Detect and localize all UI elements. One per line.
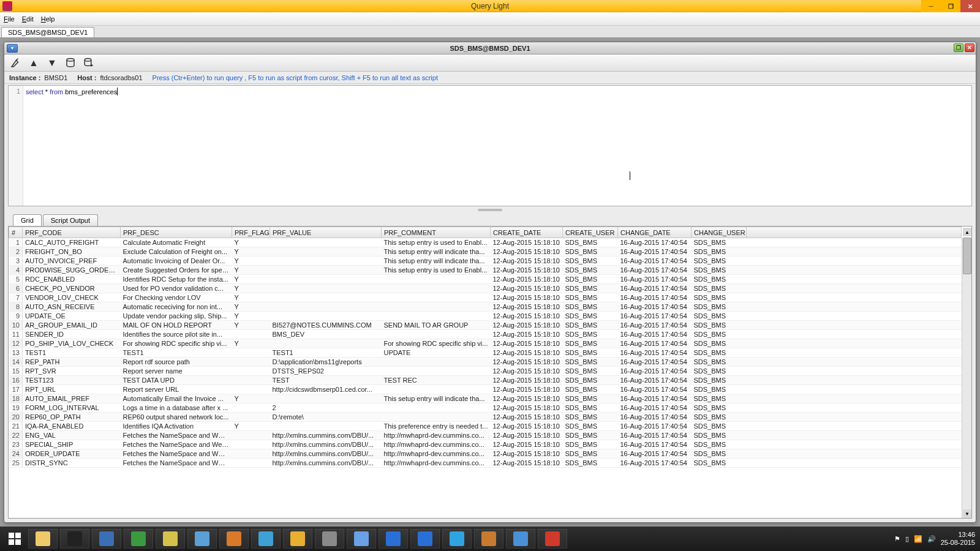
- table-cell[interactable]: AUTO_EMAIL_PREF: [23, 394, 121, 403]
- menu-file[interactable]: File: [4, 15, 15, 23]
- column-header[interactable]: PRF_CODE: [23, 227, 121, 238]
- table-cell[interactable]: Calculate Automatic Freight: [121, 238, 232, 247]
- table-cell[interactable]: SDS_BMS: [692, 312, 747, 321]
- table-cell[interactable]: 14: [9, 358, 23, 367]
- table-cell[interactable]: For showing RDC specific ship vi...: [382, 339, 491, 348]
- inner-close-button[interactable]: ✕: [965, 43, 974, 52]
- table-cell[interactable]: SDS_BMS: [692, 302, 747, 312]
- table-cell[interactable]: SDS_BMS: [692, 348, 747, 358]
- table-cell[interactable]: [382, 403, 491, 413]
- table-cell[interactable]: 12-Aug-2015 15:18:10: [491, 275, 563, 284]
- menu-help[interactable]: Help: [41, 15, 55, 23]
- database-icon[interactable]: [64, 57, 77, 69]
- table-row[interactable]: 16TEST123TEST DATA UPDTESTTEST REC12-Aug…: [9, 376, 962, 385]
- table-cell[interactable]: Report server URL: [121, 385, 232, 394]
- table-cell[interactable]: 12-Aug-2015 15:18:10: [491, 284, 563, 293]
- table-cell[interactable]: [382, 413, 491, 422]
- table-cell[interactable]: 12-Aug-2015 15:18:10: [491, 321, 563, 330]
- table-cell[interactable]: 16-Aug-2015 17:40:54: [618, 238, 692, 247]
- table-row[interactable]: 20REP60_OP_PATHREP60 output shared netwo…: [9, 413, 962, 422]
- table-cell[interactable]: CHECK_PO_VENDOR: [23, 284, 121, 293]
- scroll-down-icon[interactable]: ▼: [963, 509, 971, 518]
- table-cell[interactable]: SDS_BMS: [563, 257, 618, 266]
- table-cell[interactable]: [232, 459, 270, 468]
- table-cell[interactable]: [382, 293, 491, 302]
- table-cell[interactable]: SDS_BMS: [563, 348, 618, 358]
- table-cell[interactable]: SDS_BMS: [563, 449, 618, 459]
- table-cell[interactable]: [232, 440, 270, 449]
- table-cell[interactable]: BI527@NOTES.CUMMINS.COM: [270, 321, 382, 330]
- table-cell[interactable]: BMS_DEV: [270, 330, 382, 339]
- table-cell[interactable]: http://mwhaprd-dev.cummins.co...: [382, 459, 491, 468]
- scroll-up-icon[interactable]: ▲: [963, 228, 971, 236]
- table-cell[interactable]: SDS_BMS: [563, 275, 618, 284]
- taskbar-app[interactable]: [219, 529, 249, 549]
- table-cell[interactable]: [270, 247, 382, 257]
- table-cell[interactable]: AR_GROUP_EMAIL_ID: [23, 321, 121, 330]
- table-cell[interactable]: 16-Aug-2015 17:40:54: [618, 302, 692, 312]
- table-cell[interactable]: SDS_BMS: [563, 238, 618, 247]
- table-cell[interactable]: [270, 339, 382, 348]
- table-cell[interactable]: Y: [232, 257, 270, 266]
- tray-flag-icon[interactable]: ⚑: [894, 535, 900, 543]
- table-cell[interactable]: [270, 312, 382, 321]
- table-cell[interactable]: SDS_BMS: [692, 422, 747, 431]
- table-cell[interactable]: 20: [9, 413, 23, 422]
- taskbar-app[interactable]: [538, 529, 567, 549]
- table-cell[interactable]: SDS_BMS: [563, 394, 618, 403]
- table-row[interactable]: 23SPECIAL_SHIPFetches the NameSpace and …: [9, 440, 962, 449]
- table-cell[interactable]: D:\application\bms11g\reports: [270, 358, 382, 367]
- table-cell[interactable]: SDS_BMS: [692, 394, 747, 403]
- table-cell[interactable]: SDS_BMS: [692, 449, 747, 459]
- table-cell[interactable]: 16: [9, 376, 23, 385]
- table-cell[interactable]: 12-Aug-2015 15:18:10: [491, 266, 563, 275]
- taskbar-clock[interactable]: 13:46 25-08-2015: [941, 531, 975, 547]
- table-cell[interactable]: DTSTS_REPS02: [270, 367, 382, 376]
- table-row[interactable]: 1CALC_AUTO_FREIGHTCalculate Automatic Fr…: [9, 238, 962, 247]
- table-cell[interactable]: TEST DATA UPD: [121, 376, 232, 385]
- table-row[interactable]: 7VENDOR_LOV_CHECKFor Checking vendor LOV…: [9, 293, 962, 302]
- table-cell[interactable]: MAIL OF ON HOLD REPORT: [121, 321, 232, 330]
- column-header[interactable]: PRF_DESC: [121, 227, 232, 238]
- table-cell[interactable]: 24: [9, 449, 23, 459]
- table-cell[interactable]: 25: [9, 459, 23, 468]
- table-cell[interactable]: 18: [9, 394, 23, 403]
- table-cell[interactable]: 16-Aug-2015 17:40:54: [618, 348, 692, 358]
- table-cell[interactable]: SDS_BMS: [692, 247, 747, 257]
- table-cell[interactable]: Y: [232, 394, 270, 403]
- table-row[interactable]: 11SENDER_IDIdentifies the source pilot s…: [9, 330, 962, 339]
- table-cell[interactable]: SDS_BMS: [692, 385, 747, 394]
- column-header[interactable]: CHANGE_USER: [692, 227, 747, 238]
- column-header[interactable]: CHANGE_DATE: [618, 227, 692, 238]
- table-cell[interactable]: [232, 431, 270, 440]
- table-row[interactable]: 13TEST1TEST1TEST1UPDATE12-Aug-2015 15:18…: [9, 348, 962, 358]
- table-cell[interactable]: 11: [9, 330, 23, 339]
- table-cell[interactable]: 16-Aug-2015 17:40:54: [618, 358, 692, 367]
- table-cell[interactable]: SDS_BMS: [563, 266, 618, 275]
- table-cell[interactable]: 12-Aug-2015 15:18:10: [491, 403, 563, 413]
- table-cell[interactable]: 16-Aug-2015 17:40:54: [618, 330, 692, 339]
- table-cell[interactable]: D:\remote\: [270, 413, 382, 422]
- taskbar-app[interactable]: [283, 529, 312, 549]
- table-cell[interactable]: REP60 output shared network loc...: [121, 413, 232, 422]
- column-header[interactable]: PRF_COMMENT: [382, 227, 491, 238]
- table-cell[interactable]: TEST1: [121, 348, 232, 358]
- table-cell[interactable]: [382, 367, 491, 376]
- table-cell[interactable]: Exclude Calculation of Freight on...: [121, 247, 232, 257]
- table-cell[interactable]: Identifies IQA Activation: [121, 422, 232, 431]
- table-cell[interactable]: SDS_BMS: [563, 367, 618, 376]
- table-cell[interactable]: This setup entry will indicate tha...: [382, 394, 491, 403]
- table-cell[interactable]: 12-Aug-2015 15:18:10: [491, 293, 563, 302]
- table-cell[interactable]: UPDATE_OE: [23, 312, 121, 321]
- table-cell[interactable]: Y: [232, 238, 270, 247]
- editor-content[interactable]: select * from bms_preferences: [23, 86, 971, 206]
- minimize-button[interactable]: ─: [921, 0, 941, 12]
- table-cell[interactable]: 19: [9, 403, 23, 413]
- table-row[interactable]: 3AUTO_INVOICE_PREFAutomatic Invoicing of…: [9, 257, 962, 266]
- table-cell[interactable]: [382, 284, 491, 293]
- table-row[interactable]: 25DISTR_SYNCFetches the NameSpace and WS…: [9, 459, 962, 468]
- table-cell[interactable]: SDS_BMS: [692, 413, 747, 422]
- table-cell[interactable]: RPT_URL: [23, 385, 121, 394]
- taskbar-app[interactable]: [410, 529, 440, 549]
- table-cell[interactable]: 12-Aug-2015 15:18:10: [491, 367, 563, 376]
